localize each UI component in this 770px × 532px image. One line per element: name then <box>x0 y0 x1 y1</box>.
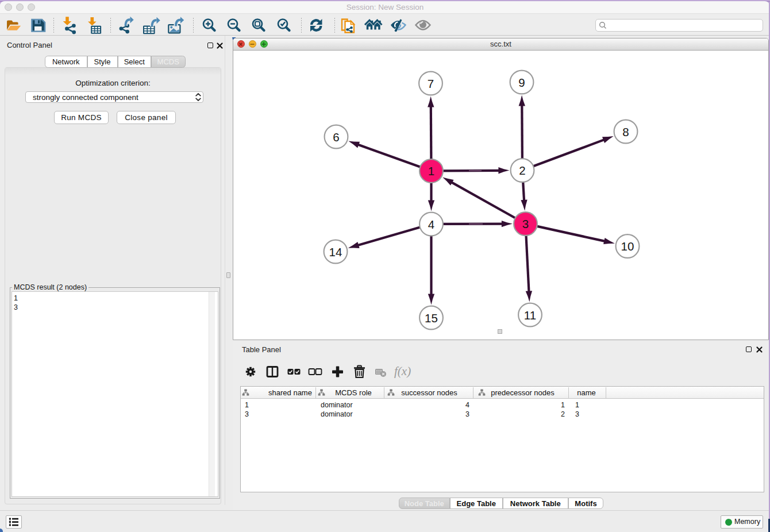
svg-text:4: 4 <box>428 218 434 231</box>
svg-text:15: 15 <box>425 311 438 325</box>
svg-text:11: 11 <box>524 309 536 322</box>
svg-text:10: 10 <box>621 240 634 253</box>
svg-text:6: 6 <box>333 130 339 144</box>
svg-text:8: 8 <box>622 125 629 138</box>
svg-text:1: 1 <box>428 164 434 178</box>
svg-text:7: 7 <box>428 77 434 90</box>
svg-text:14: 14 <box>329 245 342 259</box>
svg-text:9: 9 <box>518 76 525 89</box>
svg-text:2: 2 <box>519 164 525 177</box>
svg-text:3: 3 <box>522 217 529 230</box>
